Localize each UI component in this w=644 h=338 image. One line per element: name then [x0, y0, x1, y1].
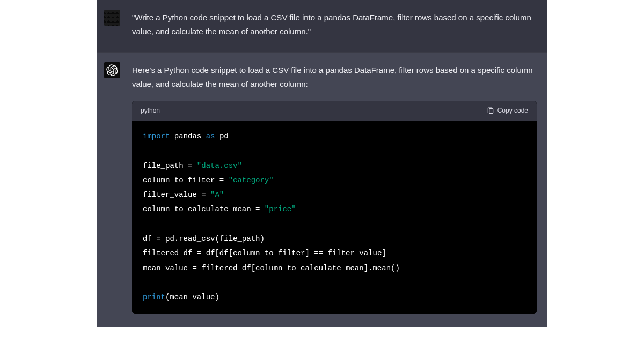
code-token: pandas — [174, 132, 201, 141]
code-token: = — [215, 176, 228, 185]
code-token: file_path — [143, 161, 184, 170]
code-token: = — [184, 161, 197, 170]
code-block: python Copy code import pandas as pd fil… — [132, 101, 537, 314]
clipboard-icon — [487, 107, 494, 115]
user-message-row: "Write a Python code snippet to load a C… — [97, 0, 547, 53]
assistant-avatar — [104, 62, 120, 78]
user-avatar — [104, 10, 120, 26]
code-token: column_to_filter — [143, 176, 215, 185]
code-token: as — [206, 132, 215, 141]
code-token: column_to_calculate_mean — [143, 205, 251, 214]
code-token: = — [251, 205, 265, 214]
chat-container: "Write a Python code snippet to load a C… — [97, 0, 547, 338]
code-token: "price" — [265, 205, 296, 214]
code-token: "A" — [210, 190, 224, 199]
code-token: filter_value — [143, 190, 197, 199]
code-body[interactable]: import pandas as pd file_path = "data.cs… — [132, 121, 537, 314]
code-token: = pd.read_csv(file_path) — [152, 234, 265, 243]
copy-code-label: Copy code — [497, 105, 528, 116]
code-token: = — [197, 190, 210, 199]
assistant-message-row: Here's a Python code snippet to load a C… — [97, 53, 547, 327]
copy-code-button[interactable]: Copy code — [487, 105, 528, 116]
code-token: "data.csv" — [197, 161, 242, 170]
code-token: "category" — [229, 176, 274, 185]
code-token: filtered_df — [143, 249, 192, 258]
svg-rect-0 — [489, 108, 493, 113]
code-header: python Copy code — [132, 101, 537, 121]
code-token: = df[df[column_to_filter] == filter_valu… — [192, 249, 386, 258]
code-token: import — [143, 132, 170, 141]
code-token: pd — [219, 132, 229, 141]
openai-logo-icon — [106, 64, 118, 76]
code-token: mean_value — [143, 264, 188, 273]
assistant-intro-text: Here's a Python code snippet to load a C… — [132, 63, 537, 92]
code-language-label: python — [141, 105, 160, 116]
code-token: df — [143, 234, 152, 243]
code-token: = filtered_df[column_to_calculate_mean].… — [188, 264, 400, 273]
assistant-message-content: Here's a Python code snippet to load a C… — [132, 62, 537, 314]
code-token: print — [143, 293, 165, 302]
user-message-text: "Write a Python code snippet to load a C… — [132, 10, 537, 39]
code-token: (mean_value) — [165, 293, 219, 302]
